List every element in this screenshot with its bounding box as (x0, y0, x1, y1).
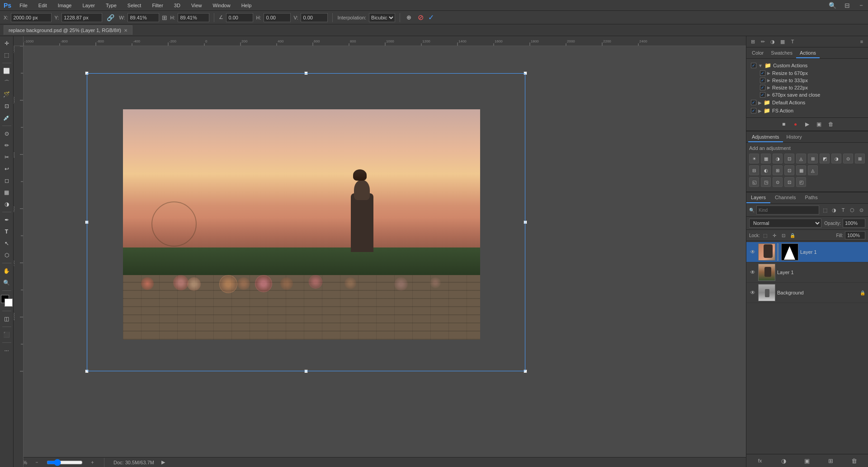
mask-btn[interactable]: ◑ (779, 456, 788, 465)
background-color[interactable] (5, 299, 13, 307)
filter-pixel-btn[interactable]: ⬚ (821, 206, 829, 214)
default-actions-checkbox[interactable]: ✓ (751, 100, 756, 105)
history-brush-tool[interactable]: ↩ (1, 163, 12, 174)
tab-paths[interactable]: Paths (801, 192, 822, 203)
adj-extra-icon[interactable]: ◰ (796, 177, 806, 187)
blend-mode-select[interactable]: Normal Dissolve Multiply Screen Overlay (749, 219, 821, 228)
canvas-transform-wrapper[interactable] (87, 73, 525, 371)
smart-object-btn[interactable]: ▣ (802, 456, 811, 465)
adj-channel-mixer-icon[interactable]: ⊠ (855, 154, 865, 163)
workspace-icon[interactable]: ⊟ (844, 2, 850, 9)
link-proportions-btn[interactable]: 🔗 (105, 13, 116, 22)
tab-layers[interactable]: Layers (746, 192, 770, 203)
action-item-resize-670[interactable]: ✓ ▶ Resize to 670px (749, 70, 865, 77)
quick-select-tool[interactable]: 🪄 (1, 89, 12, 100)
eyedropper-tool[interactable]: 💉 (1, 112, 12, 123)
arrow-btn[interactable]: ▶ (161, 459, 165, 465)
layers-search-input[interactable] (756, 205, 819, 215)
panel-ctrl-1[interactable]: ⊞ (748, 37, 757, 46)
tab-history[interactable]: History (783, 132, 806, 142)
adj-solid-color-icon[interactable]: ◱ (749, 177, 759, 187)
action-item-resize-222[interactable]: ✓ ▶ Resize to 222px (749, 84, 865, 91)
adj-photo-filter-icon[interactable]: ⊙ (843, 154, 853, 163)
save-close-expand-icon[interactable]: ▶ (767, 93, 770, 97)
menu-layer[interactable]: Layer (80, 2, 98, 9)
play-action-btn[interactable]: ▶ (803, 120, 812, 129)
zoom-slider[interactable] (47, 459, 83, 466)
action-group-custom[interactable]: ✓ ▼ 📁 Custom Actions (749, 61, 865, 70)
w-input[interactable] (127, 13, 159, 22)
resize-333-checkbox[interactable]: ✓ (760, 78, 765, 83)
move-tool[interactable]: ✛ (1, 38, 12, 49)
adj-selective-color-icon[interactable]: ◬ (808, 165, 818, 175)
v-skew-input[interactable] (301, 13, 328, 22)
h-skew-input[interactable] (264, 13, 291, 22)
zoom-tool[interactable]: 🔍 (1, 277, 12, 288)
panel-ctrl-2[interactable]: ✏ (758, 37, 767, 46)
transform-handle-tc[interactable] (304, 71, 308, 75)
resize-222-expand-icon[interactable]: ▶ (767, 85, 770, 90)
zoom-in-btn[interactable]: ＋ (90, 459, 95, 466)
adj-gradient-fill-icon[interactable]: ◳ (761, 177, 771, 187)
lasso-tool[interactable]: ⌒ (1, 77, 12, 88)
menu-edit[interactable]: Edit (36, 2, 50, 9)
adj-threshold-icon[interactable]: ⊡ (784, 165, 794, 175)
lock-all-btn[interactable]: 🔒 (789, 232, 796, 239)
resize-333-expand-icon[interactable]: ▶ (767, 78, 770, 83)
color-boxes[interactable] (1, 295, 13, 307)
hand-tool[interactable]: ✋ (1, 266, 12, 276)
transform-handle-bc[interactable] (304, 369, 308, 373)
default-actions-expand-icon[interactable]: ▶ (758, 100, 762, 105)
fill-input[interactable] (845, 231, 865, 239)
shape-tool[interactable]: ⬡ (1, 250, 12, 261)
save-close-checkbox[interactable]: ✓ (760, 92, 765, 98)
path-select-tool[interactable]: ↖ (1, 238, 12, 249)
layer-item-layer1-mask[interactable]: 👁 Layer 1 (746, 242, 868, 262)
tab-actions[interactable]: Actions (796, 48, 820, 58)
menu-file[interactable]: File (17, 2, 30, 9)
adj-colorbalance-icon[interactable]: ◩ (820, 154, 830, 163)
clone-tool[interactable]: ✂ (1, 152, 12, 163)
record-action-btn[interactable]: ● (791, 120, 800, 129)
resize-670-checkbox[interactable]: ✓ (760, 70, 765, 76)
adj-hsl-icon[interactable]: ⊞ (808, 154, 818, 163)
delete-action-btn[interactable]: 🗑 (826, 120, 835, 129)
marquee-tool[interactable]: ⬜ (1, 65, 12, 76)
menu-help[interactable]: Help (239, 2, 255, 9)
pen-tool[interactable]: ✒ (1, 215, 12, 225)
tab-close-btn[interactable]: ✕ (124, 28, 127, 33)
dodge-tool[interactable]: ◑ (1, 199, 12, 210)
adj-gradient-map-icon[interactable]: ▦ (796, 165, 806, 175)
transform-handle-tr[interactable] (524, 71, 527, 75)
spot-heal-tool[interactable]: ⊙ (1, 128, 12, 139)
panel-options-btn[interactable]: ≡ (857, 37, 866, 46)
tab-color[interactable]: Color (748, 48, 767, 58)
transform-handle-bl[interactable] (85, 369, 89, 373)
layer-item-background[interactable]: 👁 Background 🔒 (746, 283, 868, 303)
menu-type[interactable]: Type (103, 2, 119, 9)
transform-handle-ml[interactable] (85, 220, 89, 224)
x-input[interactable] (11, 13, 52, 22)
panel-ctrl-5[interactable]: T (788, 37, 797, 46)
brush-tool[interactable]: ✏ (1, 140, 12, 151)
quick-mask-btn[interactable]: ◫ (1, 313, 12, 324)
transform-handle-tl[interactable] (85, 71, 89, 75)
adj-bw-icon[interactable]: ◑ (831, 154, 841, 163)
opacity-input[interactable] (843, 219, 865, 228)
angle-input[interactable] (226, 13, 253, 22)
resize-222-checkbox[interactable]: ✓ (760, 85, 765, 90)
action-item-resize-333[interactable]: ✓ ▶ Resize to 333px (749, 77, 865, 84)
adj-curves-icon[interactable]: ◑ (773, 154, 783, 163)
crop-tool[interactable]: ⊡ (1, 101, 12, 112)
type-tool[interactable]: T (1, 226, 12, 237)
search-icon[interactable]: 🔍 (829, 2, 836, 9)
layer1-visibility[interactable]: 👁 (749, 269, 756, 276)
fs-action-checkbox[interactable]: ✓ (751, 108, 756, 113)
h-input[interactable] (178, 13, 209, 22)
menu-window[interactable]: Window (210, 2, 233, 9)
action-group-default[interactable]: ✓ ▶ 📁 Default Actions (749, 98, 865, 107)
adj-brightness-icon[interactable]: ☀ (749, 154, 759, 163)
adj-colorlookup-icon[interactable]: ⊟ (749, 165, 759, 175)
menu-image[interactable]: Image (55, 2, 75, 9)
gradient-tool[interactable]: ▦ (1, 187, 12, 198)
